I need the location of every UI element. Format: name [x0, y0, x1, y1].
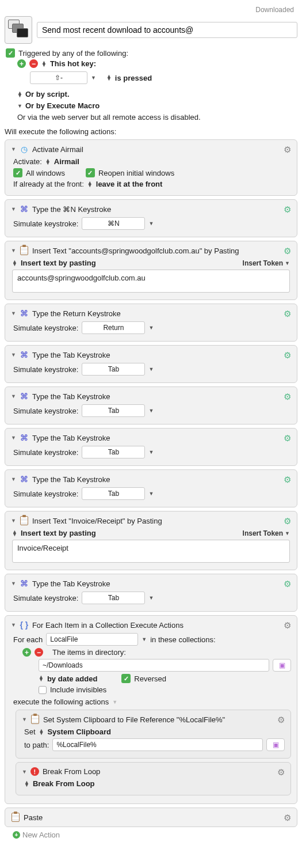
disclosure-icon[interactable]: ▼	[11, 581, 16, 586]
choose-folder-button[interactable]: ▣	[266, 738, 285, 751]
simulate-label: Simulate keystroke:	[13, 324, 78, 332]
keystroke-field[interactable]: ⌘N	[82, 217, 145, 230]
app-stepper[interactable]	[45, 159, 51, 165]
chevron-down-icon[interactable]: ▼	[91, 75, 96, 81]
action-type-tab[interactable]: ⚙ ▼ ⌘ Type the Tab Keystroke Simulate ke…	[5, 574, 297, 612]
chevron-down-icon[interactable]: ▼	[148, 491, 154, 496]
disclosure-icon[interactable]: ▼	[11, 518, 16, 524]
disclosure-icon[interactable]: ▼	[11, 248, 16, 253]
trigger-stepper-icon[interactable]	[41, 61, 47, 67]
disclosure-icon[interactable]: ▼	[11, 476, 16, 482]
action-title: Type the Tab Keystroke	[32, 579, 110, 588]
action-insert-text-accounts[interactable]: ⚙ ▼ Insert Text "accounts@springwoodgolf…	[5, 241, 297, 300]
gear-icon[interactable]: ⚙	[284, 579, 291, 589]
chevron-down-icon[interactable]: ▼	[148, 325, 154, 331]
disclosure-icon[interactable]: ▼	[22, 717, 27, 722]
action-for-each[interactable]: ⚙ ▼ { } For Each Item in a Collection Ex…	[5, 615, 297, 804]
include-invisibles-checkbox[interactable]	[39, 686, 47, 694]
insert-token-button[interactable]: Insert Token ▼	[243, 259, 290, 267]
insert-text-field[interactable]: accounts@springwoodgolfclub.com.au	[12, 270, 290, 293]
check-icon[interactable]: ✓	[121, 674, 131, 683]
hotkey-trigger-row: + − This hot key:	[17, 59, 297, 68]
action-type-tab[interactable]: ⚙ ▼ ⌘ Type the Tab Keystroke Simulate ke…	[5, 345, 297, 383]
chevron-down-icon[interactable]: ▼	[148, 221, 154, 226]
sort-stepper[interactable]	[39, 676, 44, 681]
keystroke-field[interactable]: Tab	[82, 404, 145, 417]
insert-mode-stepper[interactable]	[12, 260, 17, 266]
keystroke-field[interactable]: Tab	[82, 592, 145, 604]
clipboard-stepper[interactable]	[39, 729, 44, 735]
insert-text-field[interactable]: Invoice/Receipt	[12, 540, 290, 563]
hotkey-mode-stepper[interactable]	[106, 75, 112, 81]
keystroke-field[interactable]: Return	[82, 321, 145, 334]
hotkey-field[interactable]: ⇧-	[30, 71, 87, 84]
macro-icon	[5, 16, 32, 44]
chevron-down-icon[interactable]: ▼	[112, 699, 117, 705]
disclosure-icon[interactable]: ▼	[11, 622, 16, 628]
action-type-cmd-n[interactable]: ⚙ ▼ ⌘ Type the ⌘N Keystroke Simulate key…	[5, 199, 297, 237]
activate-app: Airmail	[54, 157, 79, 166]
reversed-label: Reversed	[134, 674, 166, 683]
action-type-return[interactable]: ⚙ ▼ ⌘ Type the Return Keystroke Simulate…	[5, 304, 297, 342]
add-trigger-button[interactable]: +	[17, 59, 26, 68]
chevron-down-icon[interactable]: ▼	[148, 408, 154, 414]
chevron-down-icon[interactable]: ▼	[148, 449, 154, 455]
choose-folder-button[interactable]: ▣	[273, 659, 291, 672]
gear-icon[interactable]: ⚙	[284, 475, 291, 485]
new-action-button[interactable]: + New Action	[13, 831, 297, 839]
add-collection-button[interactable]: +	[22, 648, 31, 657]
all-windows-label: All windows	[26, 169, 65, 177]
disclosure-icon[interactable]: ▼	[11, 435, 16, 441]
gear-icon[interactable]: ⚙	[284, 350, 291, 361]
keystroke-field[interactable]: Tab	[82, 487, 145, 500]
macro-title-input[interactable]	[37, 22, 297, 38]
chevron-down-icon[interactable]: ▼	[148, 366, 154, 372]
action-insert-text-invoice[interactable]: ⚙ ▼ Insert Text "Invoice/Receipt" by Pas…	[5, 511, 297, 570]
disclosure-icon[interactable]: ▼	[11, 393, 16, 399]
action-type-tab[interactable]: ⚙ ▼ ⌘ Type the Tab Keystroke Simulate ke…	[5, 428, 297, 466]
action-break-loop[interactable]: ⚙ ▼ ! Break From Loop Break From Loop	[16, 762, 291, 795]
clipboard-label: System Clipboard	[47, 727, 111, 736]
gear-icon[interactable]: ⚙	[284, 516, 291, 526]
action-set-clipboard[interactable]: ⚙ ▼ Set System Clipboard to File Referen…	[16, 710, 291, 759]
gear-icon[interactable]: ⚙	[284, 433, 291, 444]
action-activate-airmail[interactable]: ⚙ ▼ ◷ Activate Airmail Activate: Airmail…	[5, 139, 297, 196]
directory-field[interactable]: ~/Downloads	[39, 659, 269, 672]
gear-icon[interactable]: ⚙	[277, 767, 285, 778]
disclosure-icon[interactable]: ▼	[11, 146, 16, 152]
variable-field[interactable]: LocalFile	[46, 633, 138, 646]
gear-icon[interactable]: ⚙	[284, 309, 291, 319]
gear-icon[interactable]: ⚙	[284, 813, 291, 823]
break-stepper[interactable]	[24, 781, 29, 787]
gear-icon[interactable]: ⚙	[277, 715, 285, 725]
gear-icon[interactable]: ⚙	[284, 392, 291, 402]
disclosure-icon[interactable]: ▼	[11, 310, 16, 316]
chevron-down-icon[interactable]: ▼	[17, 103, 22, 109]
chevron-down-icon[interactable]: ▼	[142, 636, 147, 642]
chevron-down-icon[interactable]: ▼	[148, 595, 154, 601]
simulate-label: Simulate keystroke:	[13, 365, 78, 374]
keystroke-field[interactable]: Tab	[82, 363, 145, 376]
check-icon[interactable]: ✓	[86, 168, 95, 177]
action-type-tab[interactable]: ⚙ ▼ ⌘ Type the Tab Keystroke Simulate ke…	[5, 386, 297, 424]
or-script-row: Or by script.	[17, 90, 297, 98]
remove-trigger-button[interactable]: −	[29, 59, 38, 68]
disclosure-icon[interactable]: ▼	[11, 206, 16, 212]
keystroke-field[interactable]: Tab	[82, 446, 145, 458]
action-paste[interactable]: ⚙ Paste	[5, 808, 297, 827]
gear-icon[interactable]: ⚙	[284, 145, 291, 155]
front-stepper[interactable]	[87, 181, 93, 187]
disclosure-icon[interactable]: ▼	[22, 769, 27, 775]
insert-token-button[interactable]: Insert Token ▼	[243, 529, 290, 537]
insert-mode-stepper[interactable]	[12, 530, 17, 536]
disclosure-icon[interactable]: ▼	[11, 352, 16, 358]
gear-icon[interactable]: ⚙	[284, 204, 291, 215]
remove-collection-button[interactable]: −	[35, 648, 43, 657]
gear-icon[interactable]: ⚙	[284, 620, 291, 631]
stepper-icon[interactable]	[17, 92, 22, 97]
check-icon[interactable]: ✓	[13, 168, 22, 177]
action-type-tab[interactable]: ⚙ ▼ ⌘ Type the Tab Keystroke Simulate ke…	[5, 469, 297, 507]
path-field[interactable]: %LocalFile%	[52, 738, 263, 751]
gear-icon[interactable]: ⚙	[284, 246, 291, 256]
for-each-label: For each	[13, 635, 43, 644]
